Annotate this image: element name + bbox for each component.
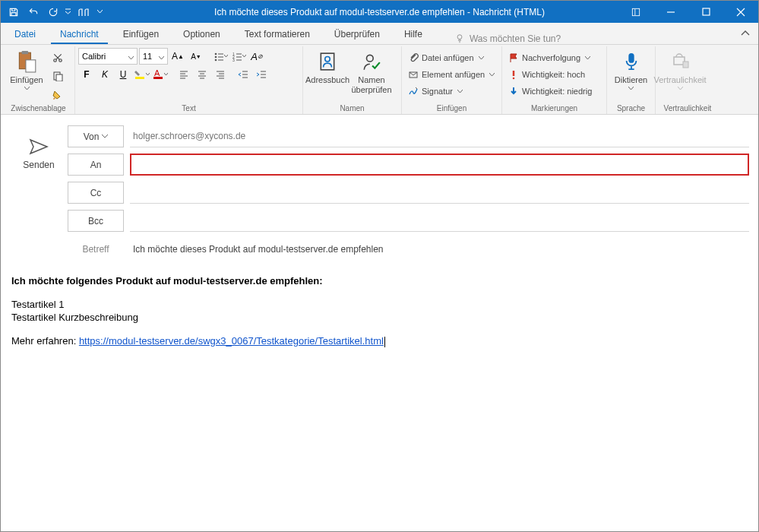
sensitivity-button: Vertraulichkeit <box>659 48 701 90</box>
clear-format-button[interactable]: A⊘ <box>248 48 265 65</box>
svg-text:A: A <box>154 69 160 78</box>
tab-message[interactable]: Nachricht <box>51 24 108 44</box>
save-button[interactable] <box>4 1 24 23</box>
font-size-select[interactable]: 11 <box>139 48 168 65</box>
tab-file[interactable]: Datei <box>5 24 45 44</box>
chevron-down-icon <box>24 87 30 90</box>
qat-dropdown-icon[interactable] <box>95 1 104 23</box>
italic-button[interactable]: K <box>96 66 113 83</box>
tab-insert[interactable]: Einfügen <box>114 24 168 44</box>
touch-mouse-icon[interactable] <box>72 1 95 23</box>
decrease-font-button[interactable]: A▼ <box>188 48 204 65</box>
copy-button[interactable] <box>49 68 66 84</box>
body-learn-more: Mehr erfahren: https://modul-testserver.… <box>11 335 748 347</box>
cc-field[interactable] <box>130 182 749 204</box>
body-line-1: Testartikel 1 <box>11 299 748 310</box>
ribbon-tabs: Datei Nachricht Einfügen Optionen Text f… <box>1 23 758 45</box>
check-names-button[interactable]: Namen überprüfen <box>350 48 393 95</box>
align-center-button[interactable] <box>194 66 210 83</box>
to-button[interactable]: An <box>68 154 124 176</box>
toolbar-options-button[interactable] <box>618 1 653 23</box>
item-icon <box>408 69 419 80</box>
attach-file-button[interactable]: Datei anfügen <box>405 49 498 66</box>
minimize-button[interactable] <box>653 1 688 23</box>
cc-button[interactable]: Cc <box>68 182 124 204</box>
body-link[interactable]: https://modul-testserver.de/swgx3_0067/T… <box>79 335 384 347</box>
align-right-button[interactable] <box>212 66 229 83</box>
followup-button[interactable]: Nachverfolgung <box>505 49 595 66</box>
tell-me-search[interactable]: Was möchten Sie tun? <box>454 33 561 44</box>
group-tags: Nachverfolgung Wichtigkeit: hoch Wichtig… <box>502 46 607 114</box>
svg-text:3: 3 <box>232 58 235 62</box>
svg-point-10 <box>214 53 217 55</box>
group-text: Calibri 11 A▲ A▼ 123 A⊘ F K U A <box>75 46 303 114</box>
to-field[interactable] <box>130 154 749 176</box>
importance-low-icon <box>508 86 519 97</box>
titlebar: Ich möchte dieses Produkt auf modul-test… <box>1 1 758 23</box>
svg-rect-24 <box>628 53 634 63</box>
group-include-label: Einfügen <box>405 103 498 114</box>
attach-item-button[interactable]: Element anfügen <box>405 66 498 83</box>
svg-point-2 <box>457 35 462 40</box>
group-include: Datei anfügen Element anfügen Signatur E… <box>402 46 502 114</box>
bcc-field[interactable] <box>130 210 749 232</box>
importance-high-icon <box>508 69 519 80</box>
svg-rect-5 <box>26 60 36 72</box>
quick-access-toolbar <box>1 1 104 23</box>
clipboard-icon <box>17 49 36 74</box>
svg-rect-4 <box>22 51 29 54</box>
tab-help[interactable]: Hilfe <box>395 24 432 44</box>
addressbook-button[interactable]: Adressbuch <box>306 48 349 85</box>
importance-low-button[interactable]: Wichtigkeit: niedrig <box>505 83 595 100</box>
align-left-button[interactable] <box>176 66 192 83</box>
tell-me-placeholder: Was möchten Sie tun? <box>470 33 561 44</box>
group-voice-label: Sprache <box>610 103 652 114</box>
tab-format[interactable]: Text formatieren <box>236 24 319 44</box>
svg-point-23 <box>513 78 515 80</box>
redo-button[interactable] <box>43 1 63 23</box>
paste-button[interactable]: Einfügen <box>5 48 48 90</box>
decrease-indent-button[interactable] <box>235 66 251 83</box>
font-name-select[interactable]: Calibri <box>78 48 138 65</box>
close-button[interactable] <box>723 1 758 23</box>
font-color-button[interactable]: A <box>151 66 168 83</box>
increase-indent-button[interactable] <box>253 66 270 83</box>
sensitivity-icon <box>671 49 689 74</box>
tab-review[interactable]: Überprüfen <box>325 24 389 44</box>
increase-font-button[interactable]: A▲ <box>169 48 186 65</box>
subject-label: Betreff <box>68 238 124 260</box>
signature-button[interactable]: Signatur <box>405 83 498 100</box>
importance-high-button[interactable]: Wichtigkeit: hoch <box>505 66 595 83</box>
group-sensitivity: Vertraulichkeit Vertraulichkeit <box>656 46 719 114</box>
paperclip-icon <box>408 52 419 63</box>
send-icon <box>29 138 49 155</box>
group-tags-label: Markierungen <box>505 103 603 114</box>
send-button[interactable]: Senden <box>13 125 65 183</box>
window-controls <box>618 1 758 23</box>
text-cursor <box>384 337 385 347</box>
format-painter-button[interactable] <box>49 86 66 103</box>
bullet-list-button[interactable] <box>212 48 229 65</box>
group-names-label: Namen <box>306 103 398 114</box>
number-list-button[interactable]: 123 <box>230 48 247 65</box>
bold-button[interactable]: F <box>78 66 95 83</box>
svg-rect-1 <box>703 8 710 15</box>
from-field[interactable] <box>130 125 749 147</box>
underline-button[interactable]: U <box>115 66 131 83</box>
group-text-label: Text <box>78 103 299 114</box>
highlight-color-button[interactable] <box>133 66 150 83</box>
tab-options[interactable]: Optionen <box>174 24 229 44</box>
maximize-button[interactable] <box>688 1 723 23</box>
dictate-button[interactable]: Diktieren <box>610 48 652 90</box>
cut-button[interactable] <box>49 49 66 66</box>
qat-more-icon[interactable] <box>63 1 72 23</box>
from-button[interactable]: Von <box>68 125 124 147</box>
check-names-icon <box>362 49 381 74</box>
body-line-2: Testartikel Kurzbeschreibung <box>11 312 748 323</box>
bcc-button[interactable]: Bcc <box>68 210 124 232</box>
svg-rect-16 <box>135 77 144 79</box>
subject-field[interactable] <box>130 238 749 260</box>
collapse-ribbon-button[interactable] <box>732 22 758 44</box>
undo-button[interactable] <box>24 1 43 23</box>
message-body[interactable]: Ich möchte folgendes Produkt auf modul-t… <box>1 275 758 347</box>
